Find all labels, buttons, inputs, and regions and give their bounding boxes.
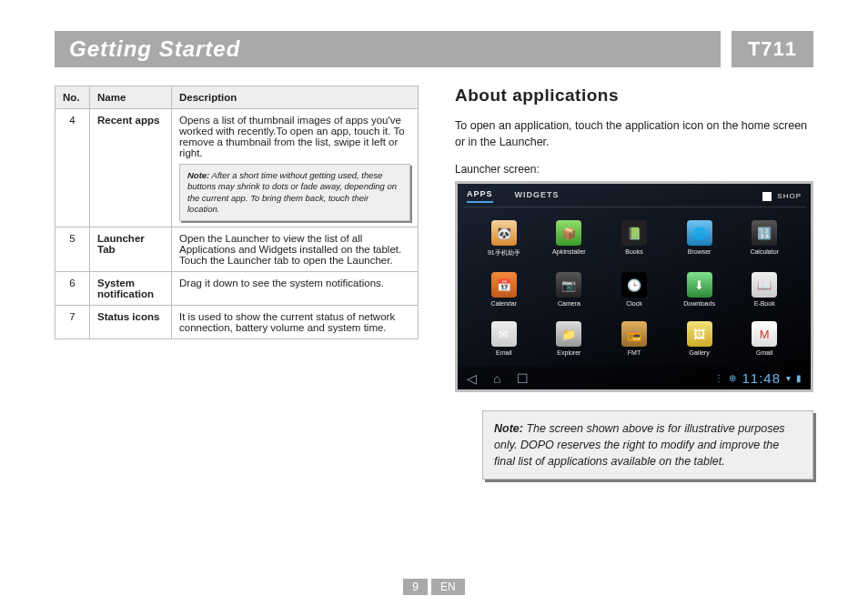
app-browser[interactable]: 🌐Browser xyxy=(671,220,728,258)
battery-icon: ▮ xyxy=(796,373,802,383)
app-label: Explorer xyxy=(557,349,580,356)
cell-desc: Open the Launcher to view the list of al… xyxy=(172,227,419,272)
cell-desc: Drag it down to see the system notificat… xyxy=(172,272,419,306)
app-label: Clock xyxy=(626,300,642,307)
recent-button[interactable]: ☐ xyxy=(517,371,529,386)
shop-label: SHOP xyxy=(777,192,802,200)
app-icon: 📷 xyxy=(556,272,581,298)
app-label: FMT xyxy=(628,349,641,356)
app-label: Browser xyxy=(688,248,712,255)
app-91-[interactable]: 🐼91手机助手 xyxy=(476,220,532,258)
th-no: No. xyxy=(56,86,90,109)
app-icon: ✉ xyxy=(491,321,517,347)
system-bar: ◁ ⌂ ☐ ⋮ ⊕ 11:48 ▾ ▮ xyxy=(458,367,811,389)
app-clock[interactable]: 🕒Clock xyxy=(606,272,662,307)
controls-table: No. Name Description 4 Recent apps Opens… xyxy=(55,86,419,339)
app-label: Calculator xyxy=(750,248,779,255)
shop-link[interactable]: SHOP xyxy=(762,191,802,201)
model-badge: T711 xyxy=(732,31,813,67)
th-desc: Description xyxy=(172,86,419,109)
app-label: Calendar xyxy=(491,300,517,307)
notification-icon[interactable]: ⋮ xyxy=(714,373,723,383)
app-icon: 📅 xyxy=(491,272,517,298)
about-heading: About applications xyxy=(455,86,813,106)
app-icon: 🌐 xyxy=(687,220,712,246)
note-label: Note: xyxy=(494,422,523,435)
illustrative-note: Note: The screen shown above is for illu… xyxy=(482,410,813,480)
launcher-caption: Launcher screen: xyxy=(455,163,813,176)
cell-no: 6 xyxy=(56,272,90,306)
app-icon: 📗 xyxy=(621,220,647,246)
app-label: Email xyxy=(496,349,512,356)
app-fmt[interactable]: 📻FMT xyxy=(606,321,662,356)
shop-icon xyxy=(762,192,772,201)
cell-desc-text: Opens a list of thumbnail images of apps… xyxy=(179,115,405,158)
section-title: Getting Started xyxy=(55,31,721,67)
app-grid: 🐼91手机助手📦ApkInstaller📗Books🌐Browser🔢Calcu… xyxy=(458,207,811,367)
app-calculator[interactable]: 🔢Calculator xyxy=(736,220,792,258)
table-row: 5 Launcher Tab Open the Launcher to view… xyxy=(56,227,419,272)
cell-name: System notification xyxy=(90,272,172,306)
app-icon: M xyxy=(752,321,777,347)
cell-name: Status icons xyxy=(90,306,172,339)
cell-desc: Opens a list of thumbnail images of apps… xyxy=(172,109,419,227)
app-label: Camera xyxy=(558,300,580,307)
page-footer: 9 EN xyxy=(0,579,868,595)
home-button[interactable]: ⌂ xyxy=(493,371,500,386)
app-calendar[interactable]: 📅Calendar xyxy=(476,272,532,307)
app-label: Downloads xyxy=(683,300,715,307)
app-icon: 📖 xyxy=(752,272,777,298)
right-column: About applications To open an applicatio… xyxy=(455,86,813,480)
inline-note: Note: After a short time without getting… xyxy=(179,164,410,221)
app-icon: 🕒 xyxy=(621,272,647,298)
page-lang: EN xyxy=(431,579,465,595)
tab-widgets[interactable]: WIDGETS xyxy=(515,190,560,202)
left-column: No. Name Description 4 Recent apps Opens… xyxy=(55,86,419,480)
note-text: After a short time without getting used,… xyxy=(187,170,397,214)
app-label: E-Book xyxy=(754,300,775,307)
cell-no: 4 xyxy=(56,109,90,227)
about-intro: To open an application, touch the applic… xyxy=(455,118,813,150)
status-clock: 11:48 xyxy=(742,370,781,386)
tab-apps[interactable]: APPS xyxy=(467,189,493,203)
cell-name: Launcher Tab xyxy=(90,227,172,272)
app-explorer[interactable]: 📁Explorer xyxy=(541,321,598,356)
table-row: 7 Status icons It is used to show the cu… xyxy=(56,306,419,339)
cell-no: 7 xyxy=(56,306,90,339)
th-name: Name xyxy=(90,86,172,109)
page-header: Getting Started T711 xyxy=(55,31,813,67)
app-e-book[interactable]: 📖E-Book xyxy=(736,272,792,307)
cell-no: 5 xyxy=(56,227,90,272)
note-label: Note: xyxy=(187,170,209,180)
table-row: 6 System notification Drag it down to se… xyxy=(56,272,419,306)
app-label: 91手机助手 xyxy=(488,248,520,258)
app-icon: 📁 xyxy=(556,321,581,347)
app-label: Books xyxy=(625,248,642,255)
app-icon: 📦 xyxy=(556,220,581,246)
app-gmail[interactable]: MGmail xyxy=(736,321,792,356)
app-gallery[interactable]: 🖼Gallery xyxy=(671,321,728,356)
wifi-icon: ▾ xyxy=(786,373,791,383)
launcher-tabs: APPS WIDGETS SHOP xyxy=(458,184,811,207)
notification-icon[interactable]: ⊕ xyxy=(729,373,736,383)
page-number: 9 xyxy=(403,579,428,595)
note-text: The screen shown above is for illustrati… xyxy=(494,422,785,468)
app-camera[interactable]: 📷Camera xyxy=(541,272,598,307)
cell-desc: It is used to show the current status of… xyxy=(172,306,419,339)
app-email[interactable]: ✉Email xyxy=(476,321,532,356)
app-books[interactable]: 📗Books xyxy=(606,220,662,258)
app-label: Gmail xyxy=(756,349,772,356)
app-apkinstaller[interactable]: 📦ApkInstaller xyxy=(541,220,598,258)
app-label: ApkInstaller xyxy=(552,248,586,255)
app-icon: 📻 xyxy=(621,321,647,347)
launcher-screenshot: APPS WIDGETS SHOP 🐼91手机助手📦ApkInstaller📗B… xyxy=(455,181,813,392)
app-label: Gallery xyxy=(690,349,710,356)
app-icon: 🔢 xyxy=(752,220,777,246)
app-icon: 🖼 xyxy=(687,321,712,347)
cell-name: Recent apps xyxy=(90,109,172,227)
app-icon: ⬇ xyxy=(687,272,712,298)
app-icon: 🐼 xyxy=(491,220,517,246)
back-button[interactable]: ◁ xyxy=(467,371,477,386)
app-downloads[interactable]: ⬇Downloads xyxy=(671,272,728,307)
table-row: 4 Recent apps Opens a list of thumbnail … xyxy=(56,109,419,227)
